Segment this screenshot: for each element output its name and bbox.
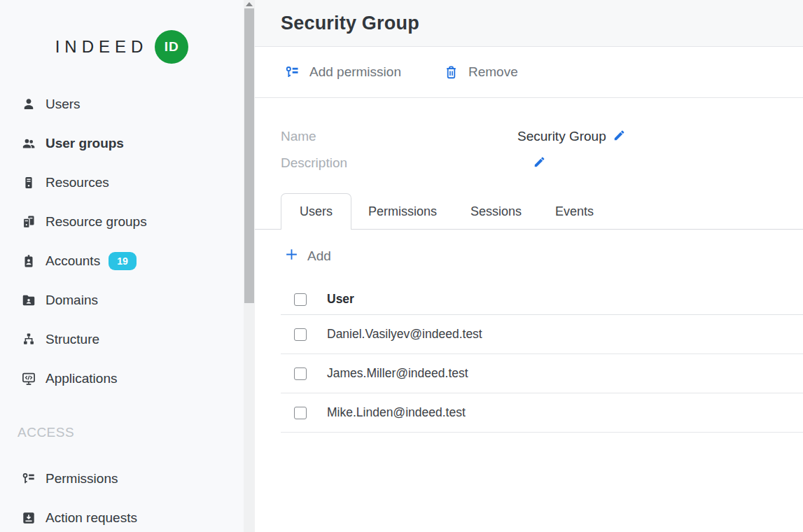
row-checkbox[interactable]	[294, 407, 307, 419]
sidebar-item-label: Domains	[46, 293, 98, 308]
name-value: Security Group	[517, 129, 626, 144]
server-icon	[21, 175, 36, 190]
user-column-header: User	[327, 292, 354, 307]
sidebar-item-resource-groups[interactable]: Resource groups	[0, 202, 244, 241]
scrollbar-up-arrow-icon[interactable]	[246, 2, 253, 6]
add-permission-label: Add permission	[309, 64, 401, 80]
org-tree-icon	[21, 332, 36, 347]
group-details: Name Security Group Description	[255, 98, 803, 176]
header-checkbox-cell	[281, 293, 327, 306]
sidebar-item-user-groups[interactable]: User groups	[0, 124, 244, 163]
sidebar-item-label: Action requests	[46, 510, 137, 526]
row-checkbox-cell	[281, 407, 327, 419]
name-label: Name	[281, 129, 517, 144]
sidebar-access-nav: Permissions Action requests	[0, 442, 244, 532]
sidebar-item-label: Applications	[46, 371, 117, 386]
user-group-icon	[21, 136, 36, 151]
sidebar-item-domains[interactable]: Domains	[0, 281, 244, 320]
key-list-icon	[21, 471, 36, 486]
add-user-label: Add	[307, 248, 331, 264]
app-monitor-icon	[21, 371, 36, 386]
select-all-checkbox[interactable]	[294, 293, 307, 306]
sidebar-item-users[interactable]: Users	[0, 85, 244, 124]
remove-label: Remove	[468, 64, 518, 80]
sidebar-item-resources[interactable]: Resources	[0, 163, 244, 202]
sidebar-item-accounts[interactable]: Accounts 19	[0, 241, 244, 281]
users-tab-panel: Add User Daniel.Vasilyev@indeed.test	[255, 230, 803, 433]
users-table: User Daniel.Vasilyev@indeed.test James.M…	[281, 284, 803, 433]
sidebar: INDEED ID Users User groups Resourc	[0, 0, 244, 532]
tab-bar: Users Permissions Sessions Events	[255, 193, 803, 230]
table-row[interactable]: Mike.Linden@indeed.test	[281, 393, 803, 433]
add-user-button[interactable]: Add	[281, 244, 331, 269]
table-row[interactable]: James.Miller@indeed.test	[281, 354, 803, 393]
tab-sessions[interactable]: Sessions	[454, 193, 538, 230]
description-value	[517, 155, 546, 171]
brand-wordmark: INDEED	[55, 37, 148, 57]
sidebar-item-label: Accounts	[46, 253, 100, 269]
add-permission-button[interactable]: Add permission	[284, 64, 401, 80]
brand-id-circle: ID	[155, 30, 188, 64]
page-header: Security Group	[255, 0, 803, 47]
row-checkbox[interactable]	[294, 328, 307, 341]
row-checkbox-cell	[281, 328, 327, 341]
trash-icon	[443, 64, 459, 80]
table-header-row: User	[281, 284, 803, 315]
pencil-icon	[613, 129, 626, 144]
accounts-count-badge: 19	[109, 252, 137, 270]
row-checkbox-cell	[281, 368, 327, 380]
sidebar-item-permissions[interactable]: Permissions	[0, 459, 244, 498]
brand-logo: INDEED ID	[0, 0, 244, 74]
sidebar-scrollbar[interactable]	[244, 0, 255, 532]
tab-events[interactable]: Events	[538, 193, 610, 230]
sidebar-item-label: Permissions	[46, 471, 118, 486]
user-email: Mike.Linden@indeed.test	[327, 405, 466, 420]
sidebar-item-applications[interactable]: Applications	[0, 359, 244, 398]
sidebar-item-label: Structure	[46, 332, 99, 347]
user-email: James.Miller@indeed.test	[327, 366, 468, 381]
table-row[interactable]: Daniel.Vasilyev@indeed.test	[281, 315, 803, 354]
edit-name-button[interactable]	[613, 129, 626, 144]
remove-button[interactable]: Remove	[443, 64, 518, 80]
row-checkbox[interactable]	[294, 368, 307, 380]
sidebar-item-action-requests[interactable]: Action requests	[0, 498, 244, 532]
key-list-icon	[284, 64, 300, 80]
main-panel: Security Group Add permission Remove Nam…	[255, 0, 803, 532]
scrollbar-thumb[interactable]	[244, 8, 254, 303]
sidebar-item-label: User groups	[46, 136, 124, 151]
sidebar-item-structure[interactable]: Structure	[0, 320, 244, 359]
id-badge-icon	[21, 253, 36, 269]
edit-description-button[interactable]	[533, 155, 546, 171]
user-email: Daniel.Vasilyev@indeed.test	[327, 327, 482, 342]
inbox-down-icon	[21, 510, 36, 526]
folder-user-icon	[21, 293, 36, 308]
name-value-text: Security Group	[517, 129, 606, 144]
description-label: Description	[281, 155, 517, 171]
tab-users[interactable]: Users	[281, 193, 351, 230]
page-title: Security Group	[281, 13, 419, 34]
tab-permissions[interactable]: Permissions	[351, 193, 454, 230]
name-row: Name Security Group	[281, 123, 803, 150]
sidebar-item-label: Users	[46, 97, 81, 112]
toolbar: Add permission Remove	[255, 47, 803, 98]
sidebar-item-label: Resources	[46, 175, 109, 190]
pencil-icon	[533, 155, 546, 171]
plus-icon	[284, 247, 299, 265]
description-row: Description	[281, 150, 803, 176]
sidebar-nav: Users User groups Resources Resource gro…	[0, 74, 244, 398]
app-window: INDEED ID Users User groups Resourc	[0, 0, 803, 532]
access-section-label: ACCESS	[0, 425, 244, 442]
sidebar-item-label: Resource groups	[46, 214, 147, 230]
user-icon	[21, 97, 36, 112]
server-group-icon	[21, 214, 36, 230]
